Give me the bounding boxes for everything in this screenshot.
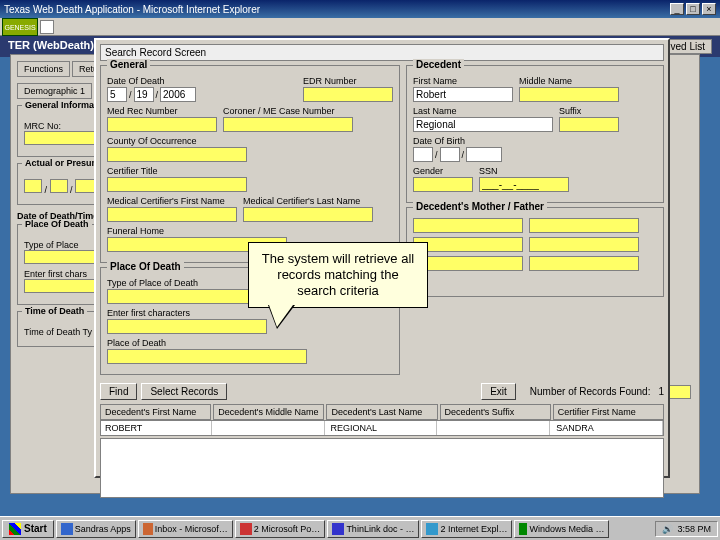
tab-functions[interactable]: Functions (17, 61, 70, 77)
results-scroll-area[interactable] (100, 438, 664, 498)
folder-icon (61, 523, 73, 535)
window-controls: _ □ × (670, 3, 716, 15)
dob-m-input[interactable] (413, 147, 433, 162)
county-input[interactable] (107, 147, 247, 162)
start-button[interactable]: Start (2, 520, 54, 538)
start-label: Start (24, 523, 47, 534)
mc-last-input[interactable] (243, 207, 373, 222)
parents-legend: Decedent's Mother / Father (413, 201, 547, 212)
coroner-input[interactable] (223, 117, 353, 132)
medrec-input[interactable] (107, 117, 217, 132)
first-name-label: First Name (413, 76, 513, 86)
cell-suffix (439, 421, 550, 435)
parent-field[interactable] (529, 256, 639, 271)
gender-label: Gender (413, 166, 473, 176)
windows-flag-icon (9, 523, 21, 535)
clock: 3:58 PM (677, 524, 711, 534)
general-group: General Date Of Death / / EDR Number Med… (100, 65, 400, 263)
middle-name-label: Middle Name (519, 76, 619, 86)
task-label: 2 Internet Expl… (440, 524, 507, 534)
find-button[interactable]: Find (100, 383, 137, 400)
dod-month-input[interactable] (107, 87, 127, 102)
pod-place-label: Place of Death (107, 338, 307, 348)
word-icon (332, 523, 344, 535)
parent-field[interactable] (413, 237, 523, 252)
pod-type-input[interactable] (107, 289, 267, 304)
dob-y-input[interactable] (466, 147, 502, 162)
edr-input[interactable] (303, 87, 393, 102)
exit-button[interactable]: Exit (481, 383, 516, 400)
cell-certifier: SANDRA (552, 421, 663, 435)
suffix-label: Suffix (559, 106, 619, 116)
system-tray[interactable]: 🔊 3:58 PM (655, 521, 718, 537)
task-thinlink[interactable]: ThinLink doc - … (327, 520, 419, 538)
windows-taskbar: Start Sandras Apps Inbox - Microsof… 2 M… (0, 516, 720, 540)
decedent-legend: Decedent (413, 59, 464, 70)
pod-place-input[interactable] (107, 349, 307, 364)
dod-part[interactable] (24, 179, 42, 193)
middle-name-input[interactable] (519, 87, 619, 102)
pod-type-label: Type of Place of Death (107, 278, 267, 288)
bg-tod-legend: Time of Death (22, 306, 87, 316)
general-legend: General (107, 59, 150, 70)
close-button[interactable]: × (702, 3, 716, 15)
dod-label: Date Of Death (107, 76, 196, 86)
cell-last: REGIONAL (327, 421, 438, 435)
outlook-icon (143, 523, 153, 535)
tray-icon[interactable]: 🔊 (662, 524, 673, 534)
col-certifier[interactable]: Certifier First Name (553, 404, 664, 420)
suffix-input[interactable] (559, 117, 619, 132)
task-label: Inbox - Microsof… (155, 524, 228, 534)
cert-title-label: Certifier Title (107, 166, 247, 176)
first-name-input[interactable] (413, 87, 513, 102)
dob-d-input[interactable] (440, 147, 460, 162)
col-last[interactable]: Decedent's Last Name (326, 404, 437, 420)
medrec-label: Med Rec Number (107, 106, 217, 116)
task-inbox[interactable]: Inbox - Microsof… (138, 520, 233, 538)
last-name-input[interactable] (413, 117, 553, 132)
col-suffix[interactable]: Decedent's Suffix (440, 404, 551, 420)
dod-part[interactable] (50, 179, 68, 193)
col-middle[interactable]: Decedent's Middle Name (213, 404, 324, 420)
search-window-title: Search Record Screen (100, 44, 664, 61)
mrc-field[interactable] (24, 131, 104, 145)
minimize-button[interactable]: _ (670, 3, 684, 15)
result-row[interactable]: ROBERT REGIONAL SANDRA (100, 420, 664, 436)
task-label: Windows Media … (529, 524, 604, 534)
parents-group: Decedent's Mother / Father (406, 207, 664, 297)
last-name-label: Last Name (413, 106, 553, 116)
pod-enter-input[interactable] (107, 319, 267, 334)
funeral-label: Funeral Home (107, 226, 287, 236)
parent-field[interactable] (413, 256, 523, 271)
records-found-count: 1 (658, 386, 664, 397)
task-powerpoint[interactable]: 2 Microsoft Po… (235, 520, 326, 538)
gender-input[interactable] (413, 177, 473, 192)
results-header: Decedent's First Name Decedent's Middle … (100, 404, 664, 420)
action-button-row: Find Select Records Exit Number of Recor… (100, 383, 664, 400)
tab-demographic[interactable]: Demographic 1 (17, 83, 92, 99)
pod-enter-label: Enter first characters (107, 308, 267, 318)
cert-title-input[interactable] (107, 177, 247, 192)
task-ie[interactable]: 2 Internet Expl… (421, 520, 512, 538)
parent-field[interactable] (529, 237, 639, 252)
dod-year-input[interactable] (160, 87, 196, 102)
col-first[interactable]: Decedent's First Name (100, 404, 211, 420)
cell-first: ROBERT (101, 421, 212, 435)
ie-icon (426, 523, 438, 535)
edr-label: EDR Number (303, 76, 393, 86)
ssn-input[interactable] (479, 177, 569, 192)
task-label: Sandras Apps (75, 524, 131, 534)
parent-field[interactable] (529, 218, 639, 233)
task-label: 2 Microsoft Po… (254, 524, 321, 534)
task-sandras[interactable]: Sandras Apps (56, 520, 136, 538)
mc-first-label: Medical Certifier's First Name (107, 196, 237, 206)
select-records-button[interactable]: Select Records (141, 383, 227, 400)
toolbar-icon[interactable] (40, 20, 54, 34)
parent-field[interactable] (413, 218, 523, 233)
cell-middle (214, 421, 325, 435)
task-wmp[interactable]: Windows Media … (514, 520, 609, 538)
powerpoint-icon (240, 523, 252, 535)
maximize-button[interactable]: □ (686, 3, 700, 15)
mc-first-input[interactable] (107, 207, 237, 222)
dod-day-input[interactable] (134, 87, 154, 102)
